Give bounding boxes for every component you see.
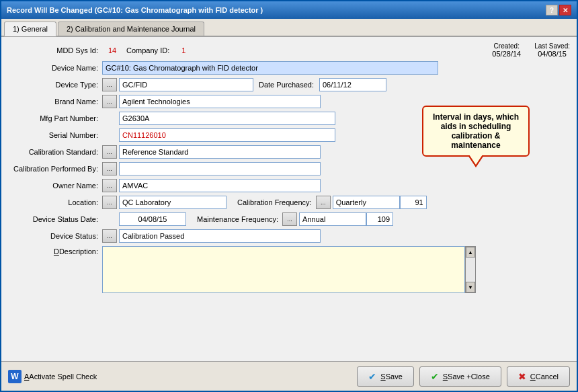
main-window: Record Will Be Changed (GC#10: Gas Chrom… xyxy=(0,0,578,392)
help-button[interactable]: ? xyxy=(546,5,558,15)
description-input[interactable] xyxy=(102,246,465,293)
device-type-browse-btn[interactable]: ... xyxy=(102,78,117,91)
cal-standard-input[interactable] xyxy=(119,145,321,159)
cal-standard-label: Calibration Standard: xyxy=(8,148,102,156)
spell-check-icon: W xyxy=(8,370,22,383)
cal-freq-browse-btn[interactable]: ... xyxy=(316,196,331,209)
location-browse-btn[interactable]: ... xyxy=(102,196,117,209)
device-type-input[interactable] xyxy=(119,78,253,91)
device-status-label: Device Status: xyxy=(8,232,102,240)
device-type-label: Device Type: xyxy=(8,81,102,89)
company-id-label: Company ID: xyxy=(122,46,173,54)
device-name-label: Device Name: xyxy=(8,64,102,72)
cancel-label: CCancel xyxy=(530,373,559,381)
maint-freq-label: Maintenance Frequency: xyxy=(193,215,282,223)
device-status-browse-btn[interactable]: ... xyxy=(102,229,117,243)
date-purchased-label: Date Purchased: xyxy=(253,81,319,89)
device-name-row: Device Name: xyxy=(8,61,570,75)
location-input[interactable] xyxy=(119,196,226,209)
owner-name-browse-btn[interactable]: ... xyxy=(102,179,117,192)
mfg-part-input[interactable] xyxy=(119,112,335,125)
content-area: MDD Sys Id: 14 Company ID: 1 Created: 05… xyxy=(1,37,577,361)
save-close-icon: ✔ xyxy=(431,371,439,382)
last-saved-label: Last Saved: xyxy=(534,42,570,50)
maint-freq-input[interactable] xyxy=(299,212,366,226)
device-status-date-label: Device Status Date: xyxy=(8,215,102,223)
device-status-input[interactable] xyxy=(119,229,321,243)
cal-performed-browse-btn[interactable]: ... xyxy=(102,162,117,175)
save-close-button[interactable]: ✔ SSave +Close xyxy=(419,366,501,387)
cal-performed-input[interactable] xyxy=(119,162,321,175)
date-purchased-input[interactable] xyxy=(319,78,386,91)
close-button[interactable]: ✕ xyxy=(559,5,571,15)
brand-name-browse-btn[interactable]: ... xyxy=(102,95,117,108)
tab-general[interactable]: 1) General xyxy=(4,22,56,36)
cal-standard-browse-btn[interactable]: ... xyxy=(102,145,117,159)
cancel-button[interactable]: ✖ CCancel xyxy=(507,366,570,387)
cal-freq-input[interactable] xyxy=(333,196,400,209)
spell-check-button[interactable]: W AActivate Spell Check xyxy=(8,370,97,383)
tooltip-box: Interval in days, which aids in scheduli… xyxy=(422,106,530,157)
scroll-up-btn[interactable]: ▲ xyxy=(466,247,475,258)
created-value: 05/28/14 xyxy=(492,50,521,58)
last-saved-value: 04/08/15 xyxy=(538,50,567,58)
mdd-sys-id-value: 14 xyxy=(102,46,122,54)
device-status-date-input[interactable] xyxy=(119,212,186,226)
location-label: Location: xyxy=(8,198,102,206)
tooltip-text: Interval in days, which aids in scheduli… xyxy=(433,112,519,150)
tooltip-arrow-inner xyxy=(469,155,483,165)
device-name-input[interactable] xyxy=(102,61,438,75)
maint-freq-browse-btn[interactable]: ... xyxy=(282,212,297,226)
maint-freq-num: 109 xyxy=(366,212,393,226)
header-info-row: MDD Sys Id: 14 Company ID: 1 Created: 05… xyxy=(8,42,570,58)
owner-name-label: Owner Name: xyxy=(8,182,102,190)
serial-number-input[interactable] xyxy=(119,128,335,142)
company-id-value: 1 xyxy=(173,46,194,54)
cancel-icon: ✖ xyxy=(518,371,526,382)
device-type-row: Device Type: ... Date Purchased: xyxy=(8,77,570,92)
title-bar-buttons: ? ✕ xyxy=(546,5,571,15)
tab-cal-journal[interactable]: 2) Calibration and Maintenance Journal xyxy=(58,22,204,36)
owner-name-row: Owner Name: ... xyxy=(8,178,570,193)
cal-performed-row: Calibration Performed By: ... xyxy=(8,161,570,176)
scroll-track xyxy=(466,258,475,282)
bottom-buttons: ✔ SSave ✔ SSave +Close ✖ CCancel xyxy=(357,366,570,387)
bottom-bar: W AActivate Spell Check ✔ SSave ✔ SSave … xyxy=(1,361,577,391)
mdd-sys-id-label: MDD Sys Id: xyxy=(8,46,102,54)
save-close-label: SSave +Close xyxy=(443,373,490,381)
device-status-date-row: Device Status Date: Maintenance Frequenc… xyxy=(8,212,570,227)
save-icon: ✔ xyxy=(368,371,376,382)
device-status-row: Device Status: ... xyxy=(8,229,570,243)
cal-freq-num: 91 xyxy=(400,196,427,209)
location-row: Location: ... Calibration Frequency: ...… xyxy=(8,195,570,210)
brand-name-input[interactable] xyxy=(119,95,321,108)
description-area: DDescription: ▲ ▼ xyxy=(8,246,570,293)
scroll-down-btn[interactable]: ▼ xyxy=(466,282,475,292)
serial-number-label: Serial Number: xyxy=(8,131,102,139)
created-label: Created: xyxy=(494,42,520,50)
brand-name-label: Brand Name: xyxy=(8,97,102,106)
owner-name-input[interactable] xyxy=(119,179,321,192)
cal-performed-label: Calibration Performed By: xyxy=(8,165,102,173)
window-title: Record Will Be Changed (GC#10: Gas Chrom… xyxy=(7,6,263,14)
spell-check-label: AActivate Spell Check xyxy=(24,373,97,381)
description-scrollbar[interactable]: ▲ ▼ xyxy=(465,246,476,293)
description-label: DDescription: xyxy=(8,246,102,256)
cal-freq-label: Calibration Frequency: xyxy=(233,198,316,206)
save-button[interactable]: ✔ SSave xyxy=(357,366,413,387)
tabs-bar: 1) General 2) Calibration and Maintenanc… xyxy=(1,19,577,37)
mfg-part-label: Mfg Part Number: xyxy=(8,114,102,122)
title-bar: Record Will Be Changed (GC#10: Gas Chrom… xyxy=(1,1,577,19)
save-label: SSave xyxy=(380,373,402,381)
